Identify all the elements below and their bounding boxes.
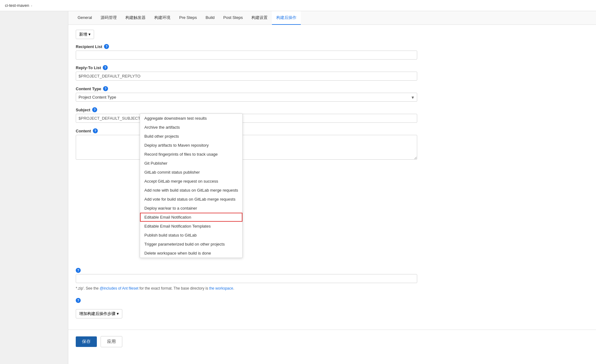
dropdown-item-record-fingerprints[interactable]: Record fingerprints of files to track us… — [140, 150, 242, 159]
content-textarea[interactable] — [76, 135, 417, 160]
subject-group: Subject ? — [76, 107, 417, 123]
project-title[interactable]: ci-test-maven — [5, 3, 29, 8]
add-post-build-button[interactable]: 增加构建后操作步骤 ▾ — [76, 309, 122, 318]
extra2-help-icon[interactable]: ? — [76, 298, 81, 303]
tab-source-mgmt[interactable]: 源码管理 — [96, 11, 121, 25]
tab-post-build[interactable]: 构建后操作 — [272, 11, 301, 25]
extra-help-icon[interactable]: ? — [76, 268, 81, 273]
content-type-group: Content Type ? Project Content Type HTML… — [76, 86, 417, 102]
tab-bar: General 源码管理 构建触发器 构建环境 Pre Steps Build … — [68, 11, 596, 25]
dropdown-item-deploy-maven[interactable]: Deploy artifacts to Maven repository — [140, 141, 242, 150]
bottom-bar: 保存 应用 — [68, 330, 596, 353]
extra-field-input[interactable] — [76, 274, 417, 283]
tab-build[interactable]: Build — [201, 11, 219, 24]
top-bar: ci-test-maven › — [0, 0, 596, 11]
reply-to-list-help-icon[interactable]: ? — [103, 65, 108, 70]
subject-help-icon[interactable]: ? — [92, 107, 97, 112]
recipient-list-help-icon[interactable]: ? — [104, 44, 109, 49]
recipient-list-label: Recipient List ? — [76, 44, 417, 49]
content-help-icon[interactable]: ? — [93, 128, 98, 133]
ant-fileset-link[interactable]: @includes of Ant fileset — [100, 286, 138, 291]
recipient-list-input[interactable] — [76, 51, 417, 60]
reply-to-list-label: Reply-To List ? — [76, 65, 417, 70]
extra-field2-label: ? — [76, 298, 433, 303]
tab-post-steps[interactable]: Post Steps — [219, 11, 247, 24]
reply-to-list-input[interactable] — [76, 72, 417, 81]
tab-pre-steps[interactable]: Pre Steps — [175, 11, 201, 24]
info-text-section: ? *.zip'. See the @includes of Ant files… — [76, 266, 417, 292]
content-type-select-wrapper: Project Content Type HTML Plain Text ▼ — [76, 93, 417, 102]
add-post-build-section: ? 增加构建后操作步骤 ▾ — [76, 298, 433, 318]
content-type-select[interactable]: Project Content Type HTML Plain Text — [76, 93, 417, 102]
tab-build-env[interactable]: 构建环境 — [150, 11, 175, 25]
extra-field-label: ? — [76, 268, 417, 273]
breadcrumb-arrow: › — [31, 4, 32, 7]
dropdown-item-accept-gitlab[interactable]: Accept GitLab merge request on success — [140, 177, 242, 186]
dropdown-item-publish-gitlab[interactable]: Publish build status to GitLab — [140, 231, 242, 240]
tab-build-settings[interactable]: 构建设置 — [247, 11, 272, 25]
dropdown-item-archive-artifacts[interactable]: Archive the artifacts — [140, 123, 242, 132]
info-description: *.zip'. See the @includes of Ant fileset… — [76, 286, 417, 291]
dropdown-item-editable-email[interactable]: Editable Email Notification — [140, 213, 242, 222]
dropdown-item-aggregate-test[interactable]: Aggregate downstream test results — [140, 114, 242, 123]
workspace-link[interactable]: the workspace — [209, 286, 233, 291]
content-label: Content ? — [76, 128, 417, 133]
dropdown-item-trigger-parameterized[interactable]: Trigger parameterized build on other pro… — [140, 240, 242, 249]
dropdown-item-editable-email-templates[interactable]: Editable Email Notification Templates — [140, 222, 242, 231]
content-group: Content ? — [76, 128, 417, 161]
subject-input[interactable] — [76, 114, 417, 123]
dropdown-item-delete-workspace[interactable]: Delete workspace when build is done — [140, 249, 242, 258]
dropdown-item-add-vote-gitlab[interactable]: Add vote for build status on GitLab merg… — [140, 195, 242, 204]
dropdown-item-deploy-war[interactable]: Deploy war/ear to a container — [140, 204, 242, 213]
dropdown-item-build-other[interactable]: Build other projects — [140, 132, 242, 141]
save-button[interactable]: 保存 — [76, 336, 97, 347]
recipient-list-group: Recipient List ? — [76, 44, 417, 60]
dropdown-item-gitlab-commit[interactable]: GitLab commit status publisher — [140, 168, 242, 177]
tab-build-trigger[interactable]: 构建触发器 — [121, 11, 150, 25]
sidebar — [0, 11, 68, 364]
apply-button[interactable]: 应用 — [101, 336, 122, 347]
content-type-label: Content Type ? — [76, 86, 417, 91]
new-button[interactable]: 新增 ▾ — [76, 30, 94, 39]
reply-to-list-group: Reply-To List ? — [76, 65, 417, 81]
dropdown-item-add-note-gitlab[interactable]: Add note with build status on GitLab mer… — [140, 186, 242, 195]
dropdown-item-git-publisher[interactable]: Git Publisher — [140, 159, 242, 168]
content-area: 新增 ▾ Recipient List ? Reply-To List ? — [68, 25, 441, 323]
content-type-help-icon[interactable]: ? — [103, 86, 108, 91]
subject-label: Subject ? — [76, 107, 417, 112]
tab-general[interactable]: General — [73, 11, 96, 24]
dropdown-menu: Aggregate downstream test results Archiv… — [140, 113, 243, 258]
